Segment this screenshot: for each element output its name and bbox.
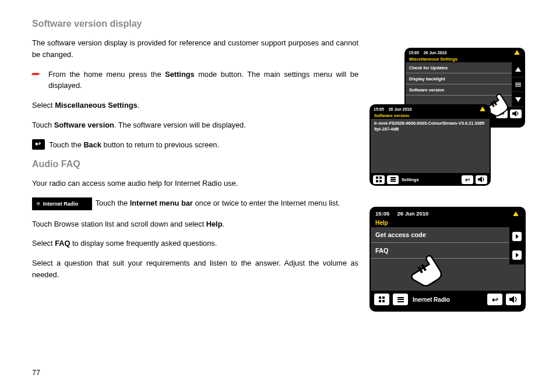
text: Touch the — [96, 199, 130, 207]
volume-button[interactable] — [510, 110, 522, 118]
grid-icon — [379, 296, 385, 302]
device-software-version: 15:05 26 Jun 2010 Software version Ir-mm… — [370, 104, 491, 186]
back-button[interactable]: ↩ — [487, 294, 502, 305]
menu-button[interactable] — [393, 294, 408, 305]
heading-software-version: Software version display — [32, 19, 358, 29]
back-button[interactable]: ↩ — [496, 110, 508, 118]
screen-title: Help — [371, 218, 525, 227]
text-bold: Back — [83, 140, 101, 149]
toolbar: Inernet Radio ↩ — [371, 291, 525, 308]
paragraph: Internet Radio Touch the Internet menu b… — [32, 197, 358, 210]
list-item[interactable]: Check for Updates — [406, 62, 512, 73]
step: From the home menu press the Settings mo… — [32, 69, 358, 92]
chevron-right-icon — [512, 232, 522, 241]
internet-radio-bar-icon: Internet Radio — [32, 197, 92, 210]
toolbar: Settings ↩ — [371, 173, 490, 186]
svg-rect-1 — [515, 83, 521, 83]
wifi-icon — [514, 50, 520, 55]
paragraph: Touch Software version. The software ver… — [32, 119, 358, 131]
text: button to return to previous screen. — [101, 140, 219, 149]
sidebar-filler — [509, 264, 525, 291]
back-icon: ↩ — [492, 295, 498, 304]
text-bold: Settings — [165, 70, 194, 79]
clock: 15:05 — [375, 210, 389, 217]
chevron-right-icon — [512, 250, 522, 260]
text: to display some frequently asked questio… — [70, 239, 217, 248]
list-item[interactable]: FAQ — [371, 243, 509, 259]
menu-button[interactable] — [387, 175, 399, 184]
list-item[interactable]: Software version — [406, 84, 512, 96]
list-item-label: Display backlight — [409, 76, 445, 82]
status-bar: 15:05 26 Jun 2010 — [406, 49, 524, 55]
text: Touch the — [47, 140, 83, 149]
paragraph: Select Miscellaneous Settings. — [32, 100, 358, 111]
text: Select — [32, 101, 55, 110]
back-button-icon — [32, 139, 45, 150]
date: 26 Jun 2010 — [397, 210, 429, 217]
svg-rect-3 — [515, 86, 521, 86]
wifi-icon — [513, 211, 519, 216]
text-bold: Internet menu bar — [130, 199, 193, 207]
text-bold: FAQ — [55, 239, 70, 248]
speaker-icon — [509, 296, 518, 303]
volume-button[interactable] — [506, 294, 521, 305]
list-item-label: Software version — [409, 87, 444, 93]
svg-marker-9 — [509, 296, 514, 303]
toolbar-label: Settings — [401, 177, 420, 182]
home-button[interactable] — [373, 175, 385, 184]
text: once or twice to enter the Internet menu… — [193, 199, 340, 207]
svg-marker-4 — [515, 97, 521, 102]
menu-icon — [390, 177, 396, 182]
text-bold: Miscellaneous Settings — [55, 101, 138, 110]
text: Select — [32, 239, 55, 248]
help-list: Get access code FAQ — [371, 227, 509, 291]
text: . — [222, 220, 224, 228]
date: 26 Jun 2010 — [389, 107, 412, 111]
scroll-down-button[interactable] — [512, 92, 524, 107]
scroll-indicator — [512, 77, 524, 93]
text: . The software version will be displayed… — [114, 121, 246, 129]
paragraph: Select a question that suit your require… — [32, 257, 358, 281]
back-icon: ↩ — [465, 176, 470, 183]
heading-audio-faq: Audio FAQ — [32, 159, 358, 169]
clock: 15:05 — [374, 107, 384, 111]
svg-rect-2 — [515, 84, 521, 84]
svg-marker-5 — [512, 111, 516, 116]
text: Touch Browse station list and scroll dow… — [32, 220, 206, 228]
list-item-label: Check for Updates — [409, 65, 448, 70]
paragraph: Touch the Back button to return to previ… — [32, 139, 358, 151]
screen-title: Software version — [371, 112, 490, 119]
back-button[interactable]: ↩ — [462, 175, 473, 184]
page-number: 77 — [32, 369, 40, 377]
wifi-icon — [480, 107, 485, 111]
paragraph: The software version display is provided… — [32, 37, 358, 61]
list-item-label: Get access code — [375, 231, 426, 238]
list-item[interactable]: Get access code — [371, 227, 509, 243]
text: Touch — [32, 121, 54, 129]
device-help: 15:05 26 Jun 2010 Help Get access code F… — [370, 207, 526, 312]
clock: 15:05 — [409, 51, 419, 55]
scroll-up-button[interactable] — [512, 62, 524, 77]
text-bold: Help — [206, 220, 223, 228]
paragraph: Select FAQ to display some frequently as… — [32, 238, 358, 249]
next-button[interactable] — [509, 246, 525, 264]
list-item[interactable]: Display backlight — [406, 73, 512, 84]
volume-button[interactable] — [476, 175, 487, 184]
status-bar: 15:05 26 Jun 2010 — [371, 105, 490, 112]
back-icon: ↩ — [499, 111, 504, 117]
text-bold: Software version — [54, 121, 114, 129]
menu-icon — [397, 297, 404, 302]
paragraph: Touch Browse station list and scroll dow… — [32, 218, 358, 230]
version-text: Ir-mmi-FS2028-0000-0003-ColourStream-V3.… — [371, 119, 490, 173]
date: 26 Jun 2010 — [424, 51, 447, 55]
text: From the home menu press the — [48, 70, 165, 79]
home-button[interactable] — [374, 294, 389, 305]
text: . — [138, 101, 140, 110]
svg-marker-0 — [515, 67, 521, 72]
next-button[interactable] — [509, 227, 525, 246]
list-item-label: FAQ — [375, 247, 389, 254]
screen-title: Miscellaneous Settings — [406, 55, 524, 62]
speaker-icon — [478, 176, 485, 182]
toolbar-label: Inernet Radio — [411, 296, 452, 303]
settings-list: Check for Updates Display backlight Soft… — [406, 62, 512, 107]
